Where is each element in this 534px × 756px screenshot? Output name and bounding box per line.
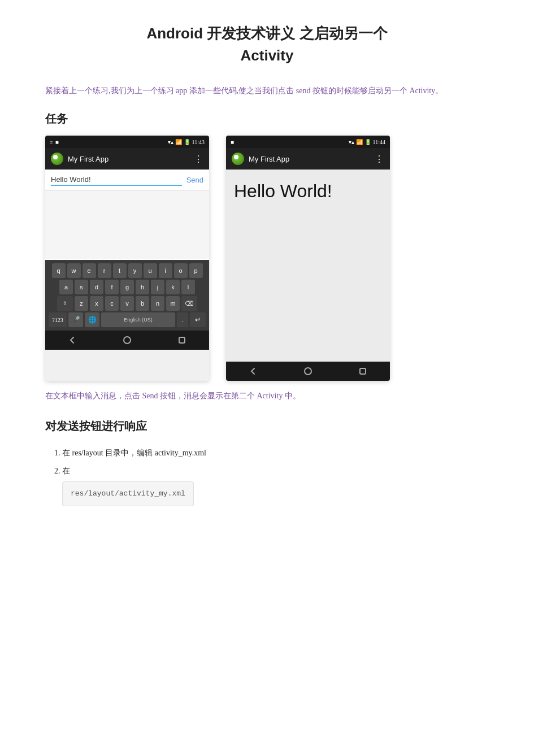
step-1: 在 res/layout 目录中，编辑 activity_my.xml [62,445,489,461]
svg-point-0 [124,337,131,344]
svg-rect-3 [360,368,366,374]
key-num[interactable]: ?123 [49,312,67,327]
phone-screenshots: ≡ ■ ▾▴ 📶 🔋 11:43 My First App ⋮ Send [45,136,489,381]
phone2-black-square-icon: ■ [231,139,234,145]
key-globe[interactable]: 🌐 [85,312,99,327]
phone2-nav-back-icon[interactable] [249,367,258,376]
kb-row-4: ?123 🎤 🌐 English (US) . ↵ [47,312,207,327]
key-x[interactable]: x [90,296,103,311]
key-y[interactable]: y [128,263,142,278]
phone1-nav-recent-icon[interactable] [177,336,186,345]
black-square-icon: ■ [55,139,59,145]
key-v[interactable]: v [120,296,134,311]
key-e[interactable]: e [83,263,96,278]
phone1-frame: ≡ ■ ▾▴ 📶 🔋 11:43 My First App ⋮ Send [45,136,209,381]
phone2-time: 11:44 [373,139,385,145]
key-q[interactable]: q [52,263,66,278]
phone1-nav-bar [45,331,209,350]
kb-row-3: ⇧ z x c v b n m ⌫ [47,296,207,311]
phone1-toolbar: My First App ⋮ [45,148,209,170]
phone1-app-name: My First App [68,155,189,163]
svg-point-2 [305,368,311,375]
app-icon-2 [232,153,244,165]
section1-heading: 任务 [45,111,489,127]
phone2-toolbar: My First App ⋮ [226,148,390,170]
phone2-wifi-icon: ▾▴ [349,139,354,145]
key-shift[interactable]: ⇧ [57,296,73,311]
key-u[interactable]: u [144,263,157,278]
app-icon-1 [51,153,63,165]
signal-icon: 📶 [175,139,182,145]
battery-icon: 🔋 [184,139,190,145]
key-dot[interactable]: . [177,312,188,327]
key-c[interactable]: c [105,296,119,311]
key-m[interactable]: m [166,296,180,311]
key-g[interactable]: g [120,280,134,294]
key-k[interactable]: k [166,280,180,294]
phone2-frame: ■ ▾▴ 📶 🔋 11:44 My First App ⋮ Hello Worl… [226,136,390,381]
phone1-time: 11:43 [192,139,205,145]
phone1-content: Send [45,170,209,260]
step-2: 在 res/layout/activity_my.xml [62,463,489,506]
kb-row-2: a s d f g h j k l [47,280,207,294]
key-w[interactable]: w [67,263,81,278]
steps-list: 在 res/layout 目录中，编辑 activity_my.xml 在 re… [45,445,489,506]
key-p[interactable]: p [189,263,203,278]
phone1-text-input[interactable] [51,174,182,186]
sim-icon: ≡ [50,139,53,145]
phone1-status-left: ≡ ■ [50,139,59,145]
intro-paragraph: 紧接着上一个练习,我们为上一个练习 app 添加一些代码,使之当我们点击 sen… [45,84,489,98]
phone2-battery-icon: 🔋 [364,139,371,145]
phone2-menu-icon: ⋮ [375,154,384,164]
key-n[interactable]: n [151,296,164,311]
key-r[interactable]: r [98,263,111,278]
phone1-send-button[interactable]: Send [186,176,203,184]
phone1-menu-icon: ⋮ [194,154,203,164]
key-o[interactable]: o [174,263,188,278]
key-j[interactable]: j [151,280,164,294]
phone1-status-right: ▾▴ 📶 🔋 11:43 [168,139,205,145]
page-title: Android 开发技术讲义 之启动另一个 Activity [45,23,489,67]
key-a[interactable]: a [59,280,73,294]
key-i[interactable]: i [159,263,172,278]
key-backspace[interactable]: ⌫ [181,296,197,311]
phone2-signal-icon: 📶 [356,139,363,145]
phone2-hello-text: Hello World! [234,181,332,201]
key-enter[interactable]: ↵ [190,312,206,327]
phone1-nav-home-icon[interactable] [123,336,132,345]
key-mic[interactable]: 🎤 [68,312,83,327]
key-d[interactable]: d [90,280,103,294]
phone1-status-bar: ≡ ■ ▾▴ 📶 🔋 11:43 [45,136,209,148]
phone1-input-row: Send [45,170,209,191]
phone2-app-name: My First App [249,155,370,163]
phone2-status-right: ▾▴ 📶 🔋 11:44 [349,139,385,145]
phone1-nav-back-icon[interactable] [68,336,77,345]
key-f[interactable]: f [105,280,119,294]
key-s[interactable]: s [75,280,88,294]
kb-row-1: q w e r t y u i o p [47,263,207,278]
phone2-status-bar: ■ ▾▴ 📶 🔋 11:44 [226,136,390,148]
phone2-nav-home-icon[interactable] [303,367,312,376]
key-z[interactable]: z [75,296,88,311]
caption-text: 在文本框中输入消息，点击 Send 按钮，消息会显示在第二个 Activity … [45,389,489,403]
svg-rect-1 [179,337,185,343]
code-block: res/layout/activity_my.xml [62,481,194,506]
wifi-icon: ▾▴ [168,139,173,145]
phone1-body [45,191,209,259]
key-h[interactable]: h [136,280,149,294]
phone2-status-left: ■ [231,139,234,145]
key-space[interactable]: English (US) [101,312,175,327]
phone1-keyboard: q w e r t y u i o p a s d f g h j k l [45,260,209,331]
phone2-nav-bar [226,362,390,381]
key-l[interactable]: l [181,280,195,294]
section2-heading: 对发送按钮进行响应 [45,419,489,434]
phone2-content: Hello World! [226,170,390,362]
key-b[interactable]: b [136,296,149,311]
phone2-nav-recent-icon[interactable] [358,367,367,376]
key-t[interactable]: t [113,263,127,278]
